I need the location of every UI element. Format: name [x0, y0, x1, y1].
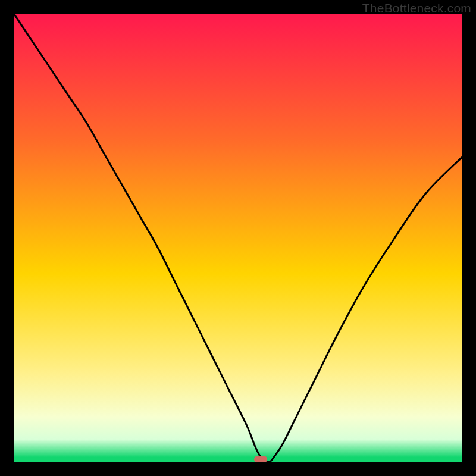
bottleneck-curve	[14, 14, 462, 462]
plot-area	[14, 14, 462, 462]
watermark-label: TheBottleneck.com	[362, 1, 471, 15]
chart-canvas: TheBottleneck.com	[0, 0, 476, 476]
optimum-marker	[254, 456, 267, 462]
